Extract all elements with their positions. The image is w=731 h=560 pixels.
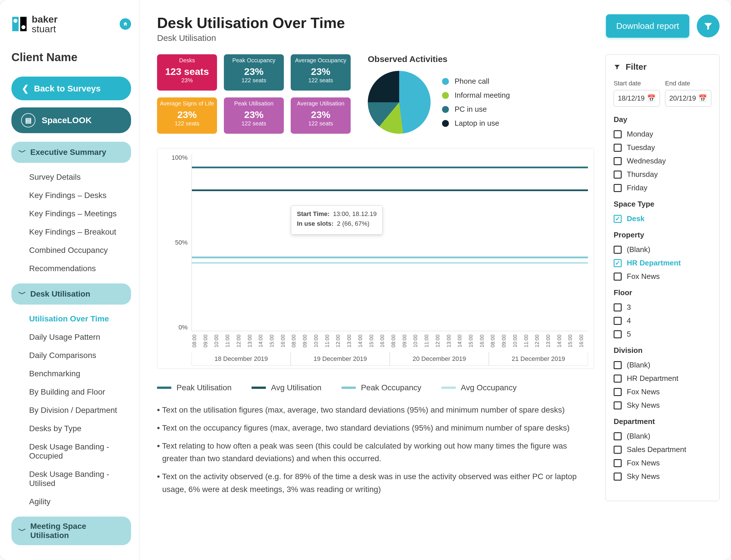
filter-toggle-button[interactable] [697, 15, 720, 37]
reference-line [192, 262, 588, 264]
nav-item[interactable]: By Building and Floor [29, 383, 131, 401]
legend-item: Avg Occupancy [441, 383, 517, 392]
filter-group-title: Space Type [614, 200, 711, 209]
brand-logo: bakerstuart [11, 14, 58, 34]
filter-checkbox[interactable]: (Blank) [614, 243, 711, 256]
kpi-card: Average Utilisation23%122 seats [291, 97, 351, 134]
legend-item: Avg Utilisation [252, 383, 322, 392]
bullet-text: Text on the occupancy figures (max, aver… [157, 422, 594, 435]
filter-checkbox[interactable]: Thursday [614, 168, 711, 181]
spacelook-button[interactable]: ▤ SpaceLOOK [11, 107, 131, 133]
page-title: Desk Utilisation Over Time [157, 14, 345, 31]
end-date-input[interactable]: 20/12/19📅 [665, 90, 711, 107]
legend-item: Peak Utilisation [157, 383, 232, 392]
main-content: Desk Utilisation Over Time Desk Utilisat… [140, 0, 731, 560]
section-header[interactable]: ﹀Executive Summary [11, 142, 131, 163]
nav-item[interactable]: Desk Usage Banding - Occupied [29, 438, 131, 465]
nav-item[interactable]: Recommendations [29, 259, 131, 278]
back-label: Back to Surveys [34, 84, 101, 93]
kpi-card: Peak Occupancy23%122 seats [224, 54, 284, 91]
nav-item[interactable]: Daily Comparisons [29, 346, 131, 365]
svg-point-2 [13, 19, 17, 23]
filter-group-title: Floor [614, 288, 711, 297]
nav-item[interactable]: Desk Usage Banding - Utilised [29, 465, 131, 493]
back-to-surveys-button[interactable]: ❮ Back to Surveys [11, 77, 131, 100]
chart-tooltip: Start Time:13:00, 18.12.19In use slots:2… [291, 205, 382, 235]
nav-item[interactable]: Benchmarking [29, 365, 131, 383]
reference-line [192, 167, 588, 168]
calendar-icon: 📅 [698, 94, 707, 102]
reference-line [192, 257, 588, 258]
nav-item[interactable]: Combined Occupancy [29, 241, 131, 259]
page-subtitle: Desk Utilisation [157, 33, 345, 43]
section-header[interactable]: ﹀Meeting Space Utilisation [11, 517, 131, 545]
filter-checkbox[interactable]: (Blank) [614, 429, 711, 443]
start-date-input[interactable]: 18/12/19📅 [614, 90, 660, 107]
filter-checkbox[interactable]: Sales Department [614, 443, 711, 456]
x-axis-days: 18 December 201919 December 201920 Decem… [192, 352, 588, 366]
filter-checkbox[interactable]: (Blank) [614, 358, 711, 372]
filter-checkbox[interactable]: HR Department [614, 256, 711, 270]
spacelook-icon: ▤ [21, 113, 35, 127]
summary-bullets: Text on the utilisation figures (max, av… [157, 404, 594, 496]
client-name: Client Name [11, 51, 131, 64]
filter-checkbox[interactable]: HR Department [614, 372, 711, 385]
chevron-left-icon: ❮ [22, 83, 29, 93]
kpi-card: Average Occupancy23%122 seats [291, 54, 351, 91]
funnel-icon [703, 21, 713, 31]
kpi-grid: Desks123 seats23%Peak Occupancy23%122 se… [157, 54, 351, 134]
pie-chart [368, 71, 430, 134]
kpi-card: Peak Utilisation23%122 seats [224, 97, 284, 134]
filter-checkbox[interactable]: 5 [614, 327, 711, 341]
filter-checkbox[interactable]: Monday [614, 127, 711, 141]
legend-item: Informal meeting [442, 91, 510, 100]
filter-checkbox[interactable]: 4 [614, 314, 711, 327]
nav-item[interactable]: Desks by Type [29, 419, 131, 438]
bullet-text: Text on the utilisation figures (max, av… [157, 404, 594, 417]
observed-activities: Observed Activities Phone callInformal m… [368, 54, 594, 134]
filter-checkbox[interactable]: Sky News [614, 470, 711, 483]
logo-icon [11, 16, 27, 32]
start-date-label: Start date [614, 80, 660, 87]
reference-line [192, 189, 588, 191]
filter-icon [614, 63, 620, 70]
filter-checkbox[interactable]: Wednesday [614, 154, 711, 168]
end-date-label: End date [665, 80, 711, 87]
nav-item[interactable]: By Division / Department [29, 401, 131, 419]
svg-point-3 [21, 25, 25, 29]
nav-item[interactable]: Key Findings – Breakout [29, 223, 131, 241]
filter-checkbox[interactable]: Fox News [614, 456, 711, 470]
filter-group-title: Department [614, 417, 711, 426]
utilisation-chart: 100%50%0% Start Time:13:00, 18.12.19In u… [157, 148, 594, 369]
bullet-text: Text on the activity observed (e.g. for … [157, 470, 594, 496]
filter-group-title: Day [614, 115, 711, 124]
filter-checkbox[interactable]: Fox News [614, 270, 711, 283]
calendar-icon: 📅 [647, 94, 656, 102]
nav-item[interactable]: Agility [29, 493, 131, 511]
nav-item[interactable]: Key Findings – Meetings [29, 205, 131, 223]
nav-item[interactable]: Survey Details [29, 168, 131, 186]
legend-item: Laptop in use [442, 119, 510, 128]
filter-group-title: Property [614, 231, 711, 239]
bullet-text: Text relating to how often a peak was se… [157, 440, 594, 465]
chart-plot: Start Time:13:00, 18.12.19In use slots:2… [192, 154, 588, 331]
download-report-button[interactable]: Download report [606, 14, 689, 38]
legend-item: Peak Occupancy [342, 383, 421, 392]
filter-panel: Filter Start date 18/12/19📅 End date 20/… [605, 54, 720, 501]
x-axis-hours: 08:0009:0010:0011:0012:0013:0014:0015:00… [192, 333, 588, 349]
y-axis: 100%50%0% [163, 154, 192, 331]
filter-checkbox[interactable]: Desk [614, 212, 711, 225]
filter-checkbox[interactable]: Tuesday [614, 141, 711, 154]
home-icon[interactable] [120, 18, 131, 30]
chevron-down-icon: ﹀ [18, 525, 26, 536]
nav-item[interactable]: Daily Usage Pattern [29, 328, 131, 346]
filter-checkbox[interactable]: Sky News [614, 399, 711, 412]
filter-checkbox[interactable]: 3 [614, 301, 711, 314]
filter-checkbox[interactable]: Friday [614, 181, 711, 195]
section-header[interactable]: ﹀Desk Utilisation [11, 283, 131, 305]
nav-item[interactable]: Key Findings – Desks [29, 186, 131, 205]
filter-group-title: Division [614, 346, 711, 355]
nav-item[interactable]: Utilisation Over Time [29, 310, 131, 328]
filter-checkbox[interactable]: Fox News [614, 385, 711, 399]
kpi-card: Average Signs of Life23%122 seats [157, 97, 217, 134]
